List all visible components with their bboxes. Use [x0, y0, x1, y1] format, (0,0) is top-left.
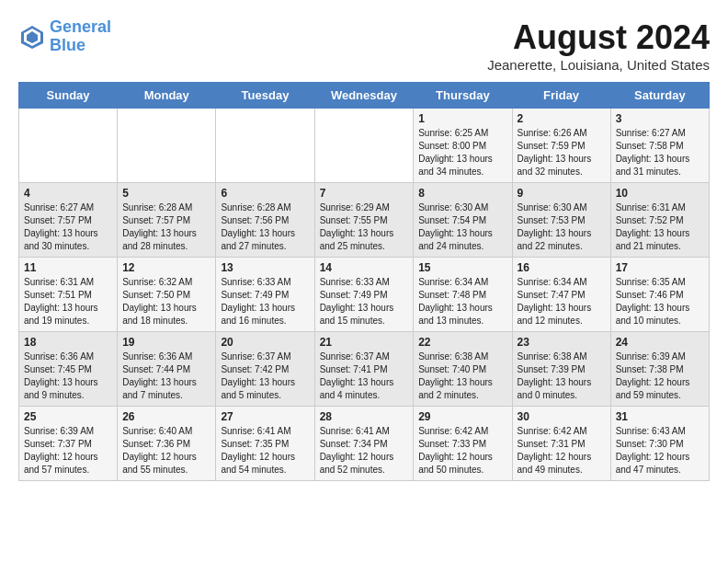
day-number: 11 [24, 261, 112, 274]
day-number: 18 [24, 336, 112, 349]
day-number: 9 [518, 187, 606, 200]
day-detail: Sunrise: 6:30 AM Sunset: 7:53 PM Dayligh… [518, 201, 606, 253]
calendar-week-row: 18Sunrise: 6:36 AM Sunset: 7:45 PM Dayli… [19, 332, 710, 407]
day-detail: Sunrise: 6:28 AM Sunset: 7:57 PM Dayligh… [122, 201, 210, 253]
day-detail: Sunrise: 6:42 AM Sunset: 7:31 PM Dayligh… [518, 425, 606, 477]
calendar-cell: 23Sunrise: 6:38 AM Sunset: 7:39 PM Dayli… [512, 332, 610, 407]
day-detail: Sunrise: 6:26 AM Sunset: 7:59 PM Dayligh… [518, 127, 606, 178]
calendar-week-row: 25Sunrise: 6:39 AM Sunset: 7:37 PM Dayli… [19, 407, 710, 481]
calendar-cell: 22Sunrise: 6:38 AM Sunset: 7:40 PM Dayli… [414, 332, 512, 407]
calendar-cell: 30Sunrise: 6:42 AM Sunset: 7:31 PM Dayli… [512, 407, 610, 481]
calendar-cell: 18Sunrise: 6:36 AM Sunset: 7:45 PM Dayli… [19, 332, 118, 407]
day-detail: Sunrise: 6:29 AM Sunset: 7:55 PM Dayligh… [320, 201, 409, 253]
day-number: 28 [320, 410, 409, 423]
day-detail: Sunrise: 6:33 AM Sunset: 7:49 PM Dayligh… [320, 276, 409, 327]
day-number: 19 [122, 336, 210, 349]
calendar-cell: 8Sunrise: 6:30 AM Sunset: 7:54 PM Daylig… [414, 183, 512, 258]
calendar-cell: 15Sunrise: 6:34 AM Sunset: 7:48 PM Dayli… [414, 258, 512, 332]
calendar-week-row: 1Sunrise: 6:25 AM Sunset: 8:00 PM Daylig… [19, 109, 710, 183]
calendar-cell: 28Sunrise: 6:41 AM Sunset: 7:34 PM Dayli… [314, 407, 414, 481]
day-number: 26 [122, 410, 210, 423]
day-number: 8 [418, 187, 506, 200]
calendar-cell: 21Sunrise: 6:37 AM Sunset: 7:41 PM Dayli… [314, 332, 414, 407]
location-subtitle: Jeanerette, Louisiana, United States [487, 57, 710, 73]
calendar-cell: 16Sunrise: 6:34 AM Sunset: 7:47 PM Dayli… [512, 258, 610, 332]
calendar-cell: 12Sunrise: 6:32 AM Sunset: 7:50 PM Dayli… [118, 258, 216, 332]
calendar-cell [118, 109, 216, 183]
calendar-week-row: 11Sunrise: 6:31 AM Sunset: 7:51 PM Dayli… [19, 258, 710, 332]
day-detail: Sunrise: 6:34 AM Sunset: 7:48 PM Dayligh… [418, 276, 506, 327]
day-detail: Sunrise: 6:39 AM Sunset: 7:37 PM Dayligh… [24, 425, 112, 477]
logo-icon [18, 23, 46, 51]
day-detail: Sunrise: 6:42 AM Sunset: 7:33 PM Dayligh… [418, 425, 506, 477]
calendar-cell: 13Sunrise: 6:33 AM Sunset: 7:49 PM Dayli… [216, 258, 314, 332]
day-detail: Sunrise: 6:38 AM Sunset: 7:40 PM Dayligh… [418, 350, 506, 402]
calendar-cell: 7Sunrise: 6:29 AM Sunset: 7:55 PM Daylig… [314, 183, 414, 258]
calendar-cell: 24Sunrise: 6:39 AM Sunset: 7:38 PM Dayli… [610, 332, 709, 407]
day-number: 12 [122, 261, 210, 274]
day-number: 2 [518, 112, 606, 125]
day-detail: Sunrise: 6:33 AM Sunset: 7:49 PM Dayligh… [221, 276, 309, 327]
day-detail: Sunrise: 6:37 AM Sunset: 7:41 PM Dayligh… [320, 350, 409, 402]
calendar-cell: 9Sunrise: 6:30 AM Sunset: 7:53 PM Daylig… [512, 183, 610, 258]
page-header: General Blue August 2024 Jeanerette, Lou… [18, 18, 710, 73]
day-number: 23 [518, 336, 606, 349]
calendar-cell: 11Sunrise: 6:31 AM Sunset: 7:51 PM Dayli… [19, 258, 118, 332]
day-detail: Sunrise: 6:38 AM Sunset: 7:39 PM Dayligh… [518, 350, 606, 402]
day-number: 4 [24, 187, 112, 200]
day-of-week-header: Thursday [414, 83, 512, 109]
day-number: 10 [616, 187, 704, 200]
calendar-cell: 4Sunrise: 6:27 AM Sunset: 7:57 PM Daylig… [19, 183, 118, 258]
calendar-cell: 1Sunrise: 6:25 AM Sunset: 8:00 PM Daylig… [414, 109, 512, 183]
day-number: 24 [616, 336, 704, 349]
day-detail: Sunrise: 6:41 AM Sunset: 7:35 PM Dayligh… [221, 425, 309, 477]
day-number: 16 [518, 261, 606, 274]
day-detail: Sunrise: 6:27 AM Sunset: 7:57 PM Dayligh… [24, 201, 112, 253]
day-detail: Sunrise: 6:40 AM Sunset: 7:36 PM Dayligh… [122, 425, 210, 477]
calendar-cell: 31Sunrise: 6:43 AM Sunset: 7:30 PM Dayli… [610, 407, 709, 481]
day-number: 5 [122, 187, 210, 200]
day-detail: Sunrise: 6:25 AM Sunset: 8:00 PM Dayligh… [418, 127, 506, 178]
day-of-week-header: Saturday [610, 83, 709, 109]
day-detail: Sunrise: 6:32 AM Sunset: 7:50 PM Dayligh… [122, 276, 210, 327]
day-of-week-header: Wednesday [314, 83, 414, 109]
day-detail: Sunrise: 6:31 AM Sunset: 7:52 PM Dayligh… [616, 201, 704, 253]
calendar-cell: 14Sunrise: 6:33 AM Sunset: 7:49 PM Dayli… [314, 258, 414, 332]
calendar-cell: 3Sunrise: 6:27 AM Sunset: 7:58 PM Daylig… [610, 109, 709, 183]
day-number: 1 [418, 112, 506, 125]
calendar-cell: 27Sunrise: 6:41 AM Sunset: 7:35 PM Dayli… [216, 407, 314, 481]
calendar-week-row: 4Sunrise: 6:27 AM Sunset: 7:57 PM Daylig… [19, 183, 710, 258]
day-detail: Sunrise: 6:37 AM Sunset: 7:42 PM Dayligh… [221, 350, 309, 402]
days-of-week-header: SundayMondayTuesdayWednesdayThursdayFrid… [19, 83, 710, 109]
logo-text: General Blue [50, 18, 111, 55]
day-detail: Sunrise: 6:31 AM Sunset: 7:51 PM Dayligh… [24, 276, 112, 327]
calendar-cell: 6Sunrise: 6:28 AM Sunset: 7:56 PM Daylig… [216, 183, 314, 258]
day-number: 22 [418, 336, 506, 349]
day-number: 30 [518, 410, 606, 423]
day-detail: Sunrise: 6:34 AM Sunset: 7:47 PM Dayligh… [518, 276, 606, 327]
day-number: 15 [418, 261, 506, 274]
calendar-body: 1Sunrise: 6:25 AM Sunset: 8:00 PM Daylig… [19, 109, 710, 481]
day-detail: Sunrise: 6:35 AM Sunset: 7:46 PM Dayligh… [616, 276, 704, 327]
day-of-week-header: Tuesday [216, 83, 314, 109]
title-area: August 2024 Jeanerette, Louisiana, Unite… [487, 18, 710, 73]
day-of-week-header: Sunday [19, 83, 118, 109]
day-number: 7 [320, 187, 409, 200]
month-year-title: August 2024 [487, 18, 710, 57]
day-number: 3 [616, 112, 704, 125]
day-number: 6 [221, 187, 309, 200]
calendar-cell: 5Sunrise: 6:28 AM Sunset: 7:57 PM Daylig… [118, 183, 216, 258]
day-number: 17 [616, 261, 704, 274]
day-detail: Sunrise: 6:36 AM Sunset: 7:44 PM Dayligh… [122, 350, 210, 402]
day-detail: Sunrise: 6:43 AM Sunset: 7:30 PM Dayligh… [616, 425, 704, 477]
day-of-week-header: Monday [118, 83, 216, 109]
day-detail: Sunrise: 6:39 AM Sunset: 7:38 PM Dayligh… [616, 350, 704, 402]
day-number: 27 [221, 410, 309, 423]
calendar-cell: 10Sunrise: 6:31 AM Sunset: 7:52 PM Dayli… [610, 183, 709, 258]
calendar-cell [216, 109, 314, 183]
calendar-cell: 26Sunrise: 6:40 AM Sunset: 7:36 PM Dayli… [118, 407, 216, 481]
calendar-cell: 29Sunrise: 6:42 AM Sunset: 7:33 PM Dayli… [414, 407, 512, 481]
logo: General Blue [18, 18, 111, 55]
calendar-cell: 17Sunrise: 6:35 AM Sunset: 7:46 PM Dayli… [610, 258, 709, 332]
calendar-cell: 2Sunrise: 6:26 AM Sunset: 7:59 PM Daylig… [512, 109, 610, 183]
